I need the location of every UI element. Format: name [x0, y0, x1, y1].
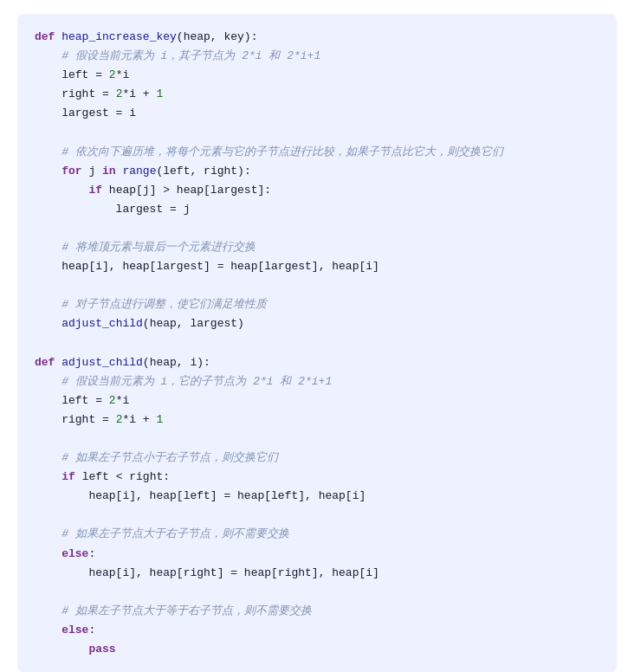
code-line: def adjust_child(heap, i):	[35, 353, 599, 372]
code-token: heap[i], heap[right] = heap[right], heap…	[35, 566, 379, 579]
code-token: (heap, key):	[177, 30, 258, 43]
code-token: def	[35, 356, 61, 369]
code-line: left = 2*i	[35, 391, 599, 410]
code-line: else:	[35, 621, 599, 640]
code-line: # 如果左子节点小于右子节点，则交换它们	[35, 449, 599, 468]
code-line: left = 2*i	[35, 66, 599, 85]
code-token: *i +	[122, 413, 156, 426]
code-token	[35, 317, 61, 330]
code-token: # 依次向下遍历堆，将每个元素与它的子节点进行比较，如果子节点比它大，则交换它们	[35, 145, 503, 158]
code-token: left < right:	[82, 470, 170, 483]
code-token: (heap, largest)	[143, 317, 244, 330]
code-token: in	[102, 165, 122, 178]
code-line: # 将堆顶元素与最后一个元素进行交换	[35, 238, 599, 257]
code-line: pass	[35, 640, 599, 659]
code-token: left =	[35, 68, 109, 81]
code-line: # 对子节点进行调整，使它们满足堆性质	[35, 295, 599, 314]
code-token: :	[88, 547, 95, 560]
code-line: # 假设当前元素为 i，它的子节点为 2*i 和 2*i+1	[35, 372, 599, 391]
code-token: left =	[35, 394, 109, 407]
code-token: pass	[88, 643, 115, 656]
code-token: largest = j	[35, 203, 190, 216]
code-token: largest = i	[35, 107, 136, 120]
code-line	[35, 276, 599, 295]
code-token	[35, 624, 61, 636]
code-line: # 依次向下遍历堆，将每个元素与它的子节点进行比较，如果子节点比它大，则交换它们	[35, 143, 599, 162]
code-token: def	[35, 30, 61, 43]
code-token	[35, 470, 61, 483]
code-token: if	[61, 470, 81, 483]
main-container: def heap_increase_key(heap, key): # 假设当前…	[0, 0, 634, 672]
code-token: for	[61, 165, 88, 178]
code-line	[35, 583, 599, 602]
code-token	[35, 184, 88, 197]
code-token	[35, 165, 61, 178]
code-token: # 将堆顶元素与最后一个元素进行交换	[35, 241, 256, 254]
code-token: adjust_child	[61, 317, 143, 330]
code-line: heap[i], heap[right] = heap[right], heap…	[35, 564, 599, 583]
code-token: range	[122, 165, 156, 178]
code-token: # 如果左子节点大于右子节点，则不需要交换	[35, 527, 289, 540]
code-token: heap_increase_key	[61, 30, 177, 43]
code-token: adjust_child	[61, 356, 143, 369]
code-line: heap[i], heap[left] = heap[left], heap[i…	[35, 487, 599, 506]
code-line: adjust_child(heap, largest)	[35, 314, 599, 333]
code-token: # 假设当前元素为 i，它的子节点为 2*i 和 2*i+1	[35, 375, 332, 388]
code-token: # 假设当前元素为 i，其子节点为 2*i 和 2*i+1	[35, 49, 320, 62]
code-block: def heap_increase_key(heap, key): # 假设当前…	[17, 14, 617, 672]
code-token: *i	[116, 394, 130, 407]
code-token: # 如果左子节点小于右子节点，则交换它们	[35, 451, 278, 464]
code-line: right = 2*i + 1	[35, 410, 599, 430]
code-line	[35, 123, 599, 142]
code-line: if heap[j] > heap[largest]:	[35, 181, 599, 200]
code-token	[35, 547, 61, 560]
code-token: heap[i], heap[largest] = heap[largest], …	[35, 260, 379, 273]
code-line: def heap_increase_key(heap, key):	[35, 28, 599, 47]
code-token: else	[61, 547, 88, 560]
code-token: # 对子节点进行调整，使它们满足堆性质	[35, 298, 267, 311]
code-line	[35, 219, 599, 238]
code-token: else	[61, 624, 88, 636]
code-token: j	[88, 165, 102, 178]
code-line: else:	[35, 545, 599, 564]
code-token: heap[j] > heap[largest]:	[109, 184, 271, 197]
code-token: right =	[35, 87, 116, 100]
code-line: # 如果左子节点大于等于右子节点，则不需要交换	[35, 602, 599, 621]
code-token: # 如果左子节点大于等于右子节点，则不需要交换	[35, 604, 312, 617]
code-token: if	[88, 184, 108, 197]
code-line	[35, 506, 599, 525]
code-token: (heap, i):	[143, 356, 210, 369]
code-line: for j in range(left, right):	[35, 162, 599, 181]
code-token: heap[i], heap[left] = heap[left], heap[i…	[35, 489, 366, 502]
code-token: *i +	[122, 87, 156, 100]
code-line: if left < right:	[35, 468, 599, 487]
code-line	[35, 334, 599, 353]
code-token: 1	[156, 413, 163, 426]
code-token: (left, right):	[156, 165, 250, 178]
code-line: right = 2*i + 1	[35, 85, 599, 104]
code-token: right =	[35, 413, 116, 426]
code-line: # 如果左子节点大于右子节点，则不需要交换	[35, 525, 599, 544]
code-token: :	[88, 624, 95, 636]
code-line: largest = i	[35, 104, 599, 123]
code-token: 1	[156, 87, 163, 100]
code-line: largest = j	[35, 200, 599, 219]
code-token: 2	[109, 394, 116, 407]
code-line: # 假设当前元素为 i，其子节点为 2*i 和 2*i+1	[35, 47, 599, 66]
code-token: 2	[109, 68, 116, 81]
code-token	[35, 643, 88, 656]
code-token: *i	[116, 68, 130, 81]
code-line	[35, 430, 599, 449]
code-line: heap[i], heap[largest] = heap[largest], …	[35, 257, 599, 276]
